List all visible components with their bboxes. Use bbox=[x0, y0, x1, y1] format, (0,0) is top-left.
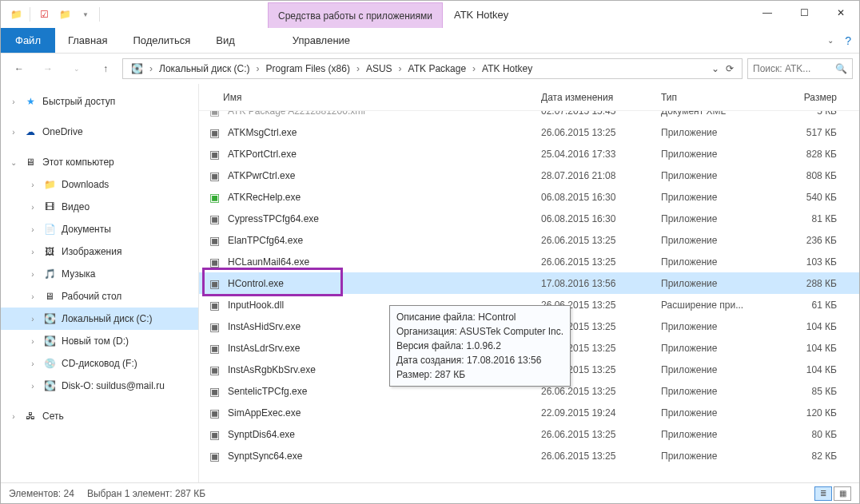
chevron-right-icon[interactable]: › bbox=[28, 359, 38, 368]
file-row[interactable]: ▣ ElanTPCfg64.exe 26.06.2015 13:25 Прило… bbox=[199, 229, 859, 251]
contextual-tab-app-tools[interactable]: Средства работы с приложениями bbox=[268, 2, 443, 28]
breadcrumb-item[interactable]: Локальный диск (C:) bbox=[154, 59, 255, 78]
address-dropdown-icon[interactable]: ⌄ bbox=[711, 63, 719, 74]
forward-button[interactable]: → bbox=[36, 58, 60, 80]
tree-item[interactable]: › 🖼 Изображения bbox=[1, 240, 198, 263]
file-row[interactable]: ▣ ATKMsgCtrl.exe 26.06.2015 13:25 Прилож… bbox=[199, 121, 859, 143]
breadcrumb-item[interactable]: ASUS bbox=[361, 59, 397, 78]
tree-item[interactable]: › 🖥 Рабочий стол bbox=[1, 285, 198, 308]
chevron-down-icon[interactable]: ⌄ bbox=[9, 158, 18, 167]
search-icon[interactable]: 🔍 bbox=[835, 63, 847, 74]
file-row[interactable]: ▣ SimAppExec.exe 22.09.2015 19:24 Прилож… bbox=[199, 402, 859, 423]
tree-network[interactable]: › 🖧 Сеть bbox=[1, 405, 198, 427]
tree-item[interactable]: › 💽 Локальный диск (C:) bbox=[1, 308, 198, 330]
tree-item[interactable]: › 🎞 Видео bbox=[1, 196, 198, 218]
breadcrumb-item[interactable]: ATK Package bbox=[404, 59, 471, 78]
column-type[interactable]: Тип bbox=[653, 92, 773, 103]
tree-onedrive[interactable]: › ☁ OneDrive bbox=[1, 121, 198, 143]
file-row[interactable]: ▣ ATKPortCtrl.exe 25.04.2016 17:33 Прило… bbox=[199, 143, 859, 165]
tab-share[interactable]: Поделиться bbox=[120, 28, 203, 53]
ribbon-expand-icon[interactable]: ⌄ bbox=[827, 36, 834, 45]
window-controls: — ☐ ✕ bbox=[749, 1, 859, 28]
tree-label: OneDrive bbox=[42, 126, 83, 137]
folder-icon[interactable]: 📁 bbox=[6, 5, 26, 24]
breadcrumb-item[interactable]: ATK Hotkey bbox=[477, 59, 537, 78]
close-button[interactable]: ✕ bbox=[822, 1, 859, 25]
chevron-right-icon[interactable]: › bbox=[28, 203, 38, 212]
new-folder-icon[interactable]: 📁 bbox=[54, 5, 75, 24]
chevron-right-icon[interactable]: › bbox=[28, 225, 38, 234]
chevron-right-icon[interactable]: › bbox=[28, 270, 38, 279]
nav-tree[interactable]: › ★ Быстрый доступ › ☁ OneDrive ⌄ 🖥 Этот… bbox=[1, 84, 199, 482]
column-date[interactable]: Дата изменения bbox=[533, 92, 653, 103]
maximize-button[interactable]: ☐ bbox=[786, 1, 822, 25]
help-icon[interactable]: ? bbox=[845, 34, 851, 47]
tree-quick-access[interactable]: › ★ Быстрый доступ bbox=[1, 90, 198, 113]
tree-item[interactable]: › 📄 Документы bbox=[1, 218, 198, 240]
file-row[interactable]: ▣ ATK Package A2212881200.xml 02.07.2015… bbox=[199, 111, 859, 121]
chevron-right-icon[interactable]: › bbox=[9, 412, 18, 421]
file-row[interactable]: ▣ HCLaunMail64.exe 26.06.2015 13:25 Прил… bbox=[199, 251, 859, 272]
properties-icon[interactable]: ☑ bbox=[34, 5, 54, 24]
details-view-button[interactable]: ≣ bbox=[814, 486, 832, 501]
tab-manage[interactable]: Управление bbox=[280, 28, 363, 53]
file-name-cell: ▣ ATKPortCtrl.exe bbox=[199, 147, 533, 161]
chevron-right-icon[interactable]: › bbox=[148, 63, 154, 74]
chevron-right-icon[interactable]: › bbox=[28, 292, 38, 301]
chevron-right-icon[interactable]: › bbox=[28, 181, 38, 189]
breadcrumb-item[interactable]: Program Files (x86) bbox=[261, 59, 355, 78]
tree-item[interactable]: › 📁 Downloads bbox=[1, 173, 198, 196]
window-title: ATK Hotkey bbox=[443, 1, 520, 28]
file-tab[interactable]: Файл bbox=[1, 28, 55, 53]
file-type: Приложение bbox=[653, 213, 773, 224]
file-list[interactable]: ▣ ATK Package A2212881200.xml 02.07.2015… bbox=[199, 111, 859, 482]
tab-view[interactable]: Вид bbox=[203, 28, 248, 53]
tree-item[interactable]: › 🎵 Музыка bbox=[1, 263, 198, 285]
tree-item[interactable]: › 💽 Disk-O: suildus@mail.ru bbox=[1, 375, 198, 397]
file-row[interactable]: ▣ HControl.exe 17.08.2016 13:56 Приложен… bbox=[199, 272, 859, 294]
back-button[interactable]: ← bbox=[7, 58, 31, 80]
chevron-right-icon[interactable]: › bbox=[28, 337, 38, 346]
up-button[interactable]: ↑ bbox=[94, 58, 117, 80]
chevron-right-icon[interactable]: › bbox=[9, 97, 18, 106]
file-row[interactable]: ▣ SynptDis64.exe 26.06.2015 13:25 Прилож… bbox=[199, 423, 859, 445]
tree-item-label: CD-дисковод (F:) bbox=[62, 358, 137, 369]
breadcrumb[interactable]: 💽 › Локальный диск (C:) › Program Files … bbox=[122, 58, 743, 79]
file-icon: ▣ bbox=[207, 276, 221, 291]
refresh-icon[interactable]: ⟳ bbox=[726, 63, 734, 74]
tree-item[interactable]: › 💽 Новый том (D:) bbox=[1, 330, 198, 352]
file-date: 06.08.2015 16:30 bbox=[533, 192, 653, 203]
folder-icon: 🖼 bbox=[42, 246, 57, 257]
file-size: 61 КБ bbox=[773, 300, 845, 311]
recent-dropdown-icon[interactable]: ⌄ bbox=[65, 58, 89, 80]
chevron-right-icon[interactable]: › bbox=[28, 382, 38, 391]
chevron-right-icon[interactable]: › bbox=[9, 128, 18, 137]
file-name: SynptSync64.exe bbox=[228, 450, 302, 462]
file-icon: ▣ bbox=[207, 298, 221, 312]
file-row[interactable]: ▣ SynptSync64.exe 26.06.2015 13:25 Прило… bbox=[199, 445, 859, 466]
qat-dropdown-icon[interactable]: ▼ bbox=[75, 5, 96, 24]
file-type: Приложение bbox=[653, 321, 773, 332]
tab-home[interactable]: Главная bbox=[55, 28, 120, 53]
file-row[interactable]: ▣ ATKPwrCtrl.exe 28.07.2016 21:08 Прилож… bbox=[199, 165, 859, 186]
chevron-right-icon[interactable]: › bbox=[28, 315, 38, 323]
search-input[interactable]: Поиск: ATK... 🔍 bbox=[747, 58, 853, 79]
minimize-button[interactable]: — bbox=[749, 1, 786, 25]
title-bar: 📁 ☑ 📁 ▼ Средства работы с приложениями A… bbox=[1, 1, 859, 28]
thumbnails-view-button[interactable]: ▦ bbox=[834, 486, 851, 501]
chevron-right-icon[interactable]: › bbox=[28, 248, 38, 256]
drive-icon[interactable]: 💽 bbox=[126, 59, 148, 78]
chevron-right-icon[interactable]: › bbox=[255, 63, 261, 74]
chevron-right-icon[interactable]: › bbox=[397, 63, 404, 74]
chevron-right-icon[interactable]: › bbox=[355, 63, 361, 74]
tree-item-label: Новый том (D:) bbox=[62, 335, 129, 347]
chevron-right-icon[interactable]: › bbox=[471, 63, 477, 74]
file-name-cell: ▣ ATKMsgCtrl.exe bbox=[199, 125, 533, 140]
file-row[interactable]: ▣ CypressTPCfg64.exe 06.08.2015 16:30 Пр… bbox=[199, 208, 859, 229]
file-row[interactable]: ▣ ATKRecHelp.exe 06.08.2015 16:30 Прилож… bbox=[199, 186, 859, 208]
tree-this-pc[interactable]: ⌄ 🖥 Этот компьютер bbox=[1, 151, 198, 173]
file-size: 517 КБ bbox=[773, 127, 845, 138]
column-name[interactable]: Имя bbox=[199, 92, 533, 103]
tree-item[interactable]: › 💿 CD-дисковод (F:) bbox=[1, 352, 198, 375]
column-size[interactable]: Размер bbox=[773, 92, 845, 103]
